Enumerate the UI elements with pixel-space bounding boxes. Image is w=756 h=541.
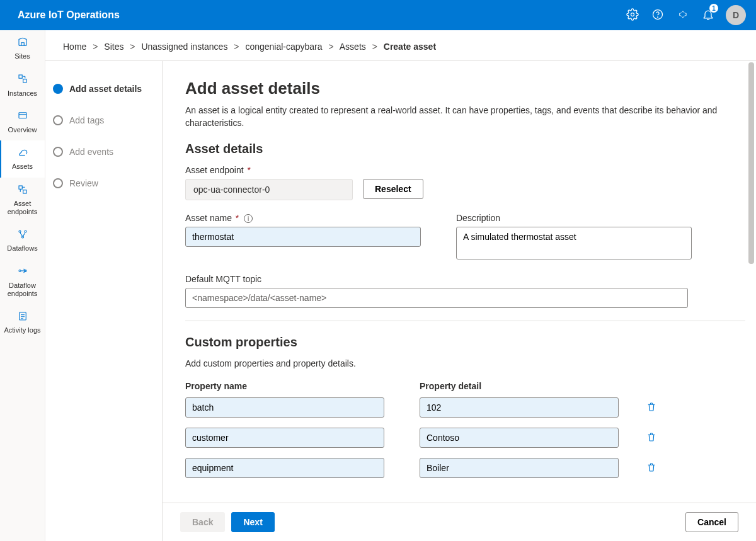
instances-icon [17,73,28,86]
breadcrumb-separator: > [328,42,333,52]
asset-name-label: Asset name * i [185,213,421,223]
megaphone-icon [677,8,689,23]
step-add-events[interactable]: Add events [45,142,162,162]
svg-point-11 [19,270,21,272]
wizard-steps: Add asset details Add tags Add events Re… [45,61,163,541]
nav-dataflow-endpoints[interactable]: Dataflow endpoints [0,259,45,304]
step-indicator-icon [53,115,63,125]
sites-icon [17,37,28,50]
property-name-input[interactable] [185,428,384,448]
step-add-asset-details[interactable]: Add asset details [45,79,162,99]
section-heading-asset-details: Asset details [185,142,733,156]
property-name-input[interactable] [185,458,384,478]
help-button[interactable] [645,0,670,30]
required-indicator: * [233,213,239,223]
custom-properties-intro: Add custom properties and property detai… [185,358,733,368]
reselect-button[interactable]: Reselect [363,179,423,199]
step-indicator-icon [53,178,63,188]
nav-label: Asset endpoints [1,200,43,216]
breadcrumb-link[interactable]: Home [63,42,86,52]
asset-name-input[interactable] [185,227,421,247]
breadcrumb-separator: > [93,42,98,52]
settings-button[interactable] [620,0,645,30]
top-bar: Azure IoT Operations 1 D [0,0,756,30]
property-name-input[interactable] [185,397,384,418]
step-indicator-icon [53,84,63,94]
main-content: Add asset details An asset is a logical … [163,61,756,503]
next-button[interactable]: Next [231,512,274,532]
wizard-footer: Back Next Cancel [163,503,756,541]
scrollbar[interactable] [746,61,756,503]
page-intro: An asset is a logical entity created to … [185,105,733,129]
trash-icon [646,431,657,445]
mqtt-topic-input[interactable] [185,288,688,308]
nav-instances[interactable]: Instances [0,67,45,103]
svg-point-2 [658,16,658,17]
breadcrumb: Home > Sites > Unassigned instances > co… [45,30,756,61]
breadcrumb-current: Create asset [384,42,436,52]
nav-asset-endpoints[interactable]: Asset endpoints [0,178,45,223]
trash-icon [646,401,657,414]
property-detail-input[interactable] [420,397,619,418]
nav-label: Instances [8,89,37,98]
svg-rect-7 [23,190,26,193]
delete-property-button[interactable] [641,428,662,448]
nav-label: Dataflows [7,244,37,253]
step-add-tags[interactable]: Add tags [45,110,162,130]
trash-icon [646,462,657,475]
description-input[interactable]: A simulated thermostat asset [456,227,692,259]
notifications-button[interactable]: 1 [696,0,721,30]
svg-point-9 [25,231,26,232]
nav-assets[interactable]: Assets [0,140,45,177]
back-button[interactable]: Back [180,512,225,532]
step-review[interactable]: Review [45,173,162,193]
breadcrumb-separator: > [372,42,377,52]
asset-endpoints-icon [17,184,28,197]
overview-icon [17,110,28,123]
nav-label: Activity logs [4,326,40,334]
delete-property-button[interactable] [641,397,662,418]
nav-overview[interactable]: Overview [0,104,45,140]
section-heading-custom-properties: Custom properties [185,335,733,350]
svg-point-8 [19,231,21,232]
cancel-button[interactable]: Cancel [685,512,738,532]
scrollbar-thumb[interactable] [748,62,754,264]
app-title: Azure IoT Operations [18,9,120,21]
activity-logs-icon [17,310,28,324]
news-button[interactable] [670,0,696,30]
property-detail-input[interactable] [420,428,619,448]
nav-sites[interactable]: Sites [0,30,45,67]
avatar[interactable]: D [726,5,746,25]
svg-rect-4 [23,79,26,83]
property-row [185,458,733,478]
delete-property-button[interactable] [641,458,662,478]
section-divider [185,321,745,321]
breadcrumb-link[interactable]: Assets [340,42,366,52]
property-row [185,397,733,418]
step-indicator-icon [53,147,63,157]
nav-activity-logs[interactable]: Activity logs [0,304,45,341]
step-label: Add tags [69,115,104,125]
gear-icon [626,8,639,23]
property-detail-input[interactable] [420,458,619,478]
breadcrumb-separator: > [130,42,135,52]
breadcrumb-link[interactable]: Unassigned instances [141,42,227,52]
notification-badge: 1 [709,4,718,13]
info-icon[interactable]: i [244,214,253,223]
svg-rect-6 [19,186,22,189]
breadcrumb-link[interactable]: Sites [104,42,123,52]
assets-icon [17,147,28,160]
mqtt-label: Default MQTT topic [185,274,688,284]
nav-label: Overview [8,126,37,134]
nav-label: Assets [12,162,33,171]
svg-rect-5 [19,113,26,118]
nav-label: Dataflow endpoints [1,282,43,298]
property-name-header: Property name [185,381,384,391]
endpoint-label: Asset endpoint * [185,165,733,175]
nav-dataflows[interactable]: Dataflows [0,222,45,259]
breadcrumb-separator: > [234,42,239,52]
step-label: Add events [69,147,113,157]
breadcrumb-link[interactable]: congenial-capybara [245,42,322,52]
svg-point-0 [631,13,634,16]
required-indicator: * [245,165,251,175]
